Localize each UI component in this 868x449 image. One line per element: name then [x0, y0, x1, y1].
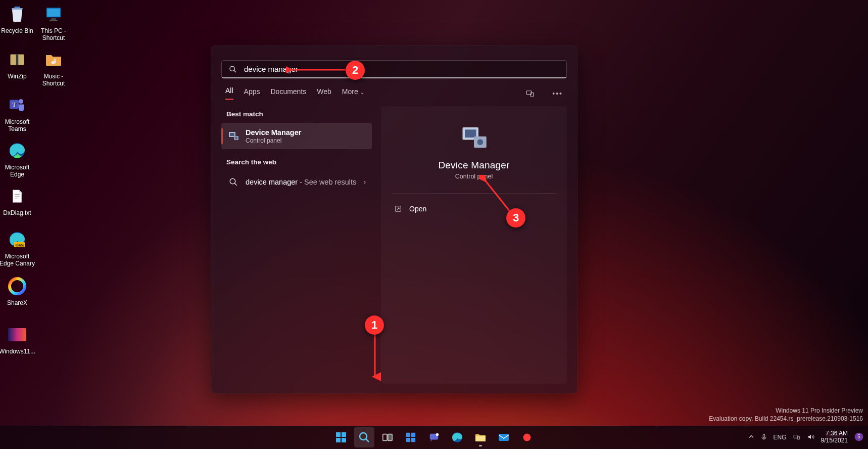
desktop-icon-sharex[interactable]: ShareX	[0, 275, 35, 306]
teams-icon: T	[6, 94, 28, 116]
svg-rect-50	[499, 434, 509, 441]
search-icon	[358, 431, 370, 443]
more-options-icon[interactable]: •••	[552, 89, 563, 98]
svg-rect-35	[336, 432, 341, 437]
desktop-icon-label: Microsoft Edge Canary	[0, 253, 35, 267]
svg-rect-45	[406, 438, 410, 442]
preview-title: Device Manager	[438, 160, 509, 171]
desktop[interactable]: Recycle Bin WinZip T Microsoft Teams Mic…	[0, 0, 868, 449]
best-match-label: Best match	[221, 106, 372, 123]
search-tabs: All Apps Documents Web More ⌄ •••	[221, 78, 567, 102]
tab-web[interactable]: Web	[317, 87, 331, 100]
svg-line-26	[234, 183, 237, 186]
chevron-down-icon: ⌄	[360, 89, 364, 95]
desktop-icon-music[interactable]: Music - Shortcut	[35, 49, 72, 87]
desktop-watermark: Windows 11 Pro Insider Preview Evaluatio…	[709, 407, 863, 423]
svg-rect-36	[342, 432, 346, 437]
edge-canary-icon: CAN	[6, 229, 28, 251]
result-web-search[interactable]: device manager - See web results ›	[221, 171, 372, 193]
preview-pane: Device Manager Control panel Open	[381, 106, 567, 384]
svg-point-12	[10, 279, 25, 294]
taskbar-mail[interactable]	[494, 427, 514, 447]
tray-clock[interactable]: 7:36 AM 9/15/2021	[821, 430, 848, 444]
search-icon	[227, 176, 239, 188]
svg-point-25	[230, 178, 235, 184]
desktop-icon-teams[interactable]: T Microsoft Teams	[0, 94, 35, 133]
annotation-badge-1: 1	[365, 316, 384, 335]
desktop-icon-this-pc[interactable]: This PC - Shortcut	[35, 3, 72, 42]
sharex-icon	[6, 275, 28, 297]
tray-network-icon[interactable]	[793, 433, 801, 442]
desktop-icon-label: This PC - Shortcut	[35, 27, 72, 42]
svg-rect-16	[50, 20, 58, 21]
search-box[interactable]	[221, 60, 567, 78]
tray-notification-icon[interactable]: 5	[854, 432, 864, 443]
tray-microphone-icon[interactable]	[760, 433, 767, 442]
svg-point-4	[19, 99, 23, 104]
preview-subtitle: Control panel	[455, 173, 493, 180]
widgets-icon	[405, 432, 416, 443]
svg-rect-52	[763, 434, 765, 437]
chevron-right-icon: ›	[364, 178, 366, 186]
chat-icon	[428, 432, 440, 443]
svg-rect-37	[336, 438, 341, 442]
desktop-icon-edge-canary[interactable]: CAN Microsoft Edge Canary	[0, 229, 35, 267]
desktop-icon-windows11[interactable]: Windows11...	[0, 324, 35, 355]
tray-volume-icon[interactable]	[807, 433, 815, 442]
folder-icon	[474, 431, 487, 443]
device-manager-icon	[227, 130, 239, 142]
task-view-icon	[382, 432, 393, 443]
taskbar-explorer[interactable]	[470, 427, 491, 447]
desktop-icon-winzip[interactable]: WinZip	[0, 49, 35, 80]
taskbar-task-view[interactable]	[377, 427, 398, 447]
desktop-icon-label: Music - Shortcut	[35, 73, 72, 87]
desktop-icon-recycle-bin[interactable]: Recycle Bin	[0, 3, 35, 34]
result-device-manager[interactable]: Device Manager Control panel	[221, 123, 372, 149]
svg-point-30	[477, 139, 484, 145]
svg-rect-41	[383, 434, 387, 441]
taskbar-start-button[interactable]	[331, 427, 351, 447]
svg-point-39	[360, 433, 367, 440]
taskbar-search-button[interactable]	[354, 427, 374, 447]
taskbar-widgets[interactable]	[401, 427, 421, 447]
search-input[interactable]	[243, 64, 559, 74]
desktop-icon-dxdiag[interactable]: DxDiag.txt	[0, 185, 35, 216]
tab-more[interactable]: More ⌄	[342, 87, 364, 100]
tray-chevron-up-icon[interactable]	[748, 434, 754, 441]
tab-all[interactable]: All	[225, 86, 233, 100]
desktop-icon-label: Microsoft Edge	[0, 164, 35, 178]
svg-point-24	[235, 137, 237, 139]
search-web-label: Search the web	[221, 154, 372, 171]
action-open[interactable]: Open	[392, 200, 556, 218]
annotation-badge-2: 2	[346, 61, 365, 80]
taskbar-chat[interactable]	[424, 427, 444, 447]
action-label: Open	[409, 205, 426, 213]
svg-rect-14	[47, 9, 60, 17]
edge-icon	[6, 140, 28, 162]
system-tray: ENG 7:36 AM 9/15/2021 5	[748, 426, 864, 449]
tab-apps[interactable]: Apps	[244, 87, 260, 100]
desktop-icon-label: ShareX	[0, 299, 35, 306]
search-icon	[229, 65, 237, 73]
results-column: Best match Device Manager Control panel …	[221, 106, 372, 384]
image-file-icon	[6, 324, 28, 346]
edge-icon	[451, 431, 463, 443]
annotation-badge-3: 3	[506, 208, 525, 228]
tray-language[interactable]: ENG	[774, 434, 787, 441]
svg-rect-42	[388, 434, 392, 441]
svg-rect-44	[411, 433, 415, 437]
desktop-icon-label: Windows11...	[0, 348, 35, 355]
tab-documents[interactable]: Documents	[270, 87, 306, 100]
svg-text:5: 5	[857, 434, 860, 439]
result-title: device manager - See web results	[246, 177, 356, 187]
desktop-icon-edge[interactable]: Microsoft Edge	[0, 140, 35, 178]
taskbar: ENG 7:36 AM 9/15/2021 5	[0, 426, 868, 449]
recycle-bin-icon	[6, 3, 28, 25]
taskbar-edge[interactable]	[447, 427, 467, 447]
svg-point-17	[230, 66, 234, 71]
taskbar-record[interactable]	[517, 427, 537, 447]
svg-text:T: T	[12, 101, 17, 108]
svg-rect-15	[51, 18, 56, 20]
search-link-device-icon[interactable]	[525, 89, 535, 98]
open-icon	[394, 205, 402, 213]
